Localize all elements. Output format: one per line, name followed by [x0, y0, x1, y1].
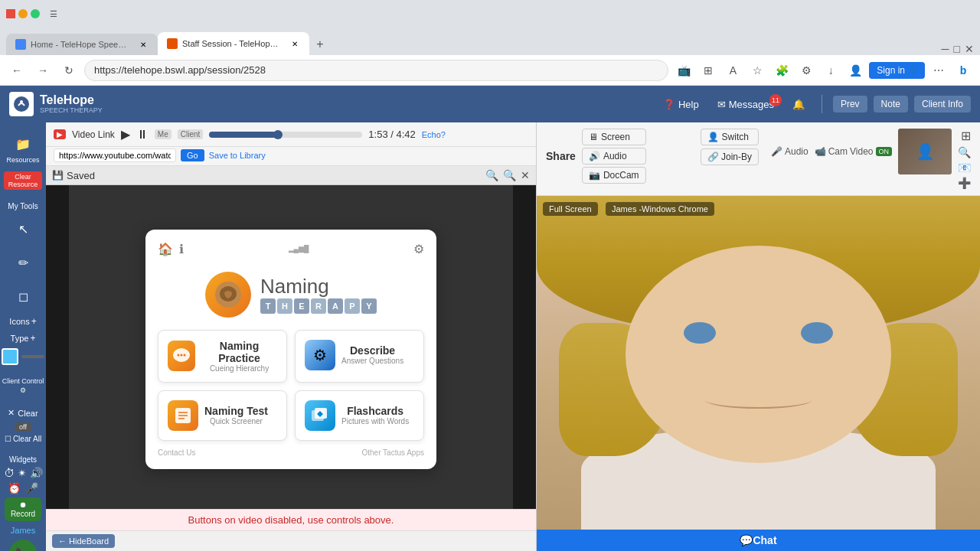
- sign-in-button[interactable]: Sign in 👤: [869, 62, 925, 79]
- color-line[interactable]: [21, 355, 44, 358]
- plus-icon[interactable]: ➕: [958, 177, 971, 189]
- call-button[interactable]: 📞: [9, 540, 37, 551]
- video-background: [537, 196, 980, 530]
- echo-button[interactable]: Echo?: [422, 130, 446, 139]
- maximize-icon[interactable]: □: [954, 43, 960, 55]
- info-icon[interactable]: ℹ: [179, 242, 184, 256]
- font-icon[interactable]: A: [722, 60, 743, 81]
- url-input[interactable]: [54, 148, 176, 162]
- menu-item-naming-practice[interactable]: Naming Practice Cueing Hierarchy: [158, 330, 287, 383]
- save-library-link[interactable]: Save to Library: [209, 151, 266, 160]
- tab-home[interactable]: Home - TeleHope Speech Thera... ✕: [6, 34, 158, 55]
- zoom-out-button[interactable]: 🔍: [485, 169, 498, 181]
- prev-button[interactable]: Prev: [833, 96, 867, 112]
- camera-button[interactable]: 📹 Cam Video ON: [815, 146, 892, 157]
- describe-gear-icon: ⚙: [313, 346, 327, 364]
- james-button[interactable]: James: [11, 526, 35, 535]
- sidebar-item-shapes[interactable]: ◻: [2, 281, 44, 311]
- close-panel-button[interactable]: ✕: [521, 169, 530, 181]
- note-button[interactable]: Note: [874, 96, 908, 112]
- search-right-icon[interactable]: 🔍: [958, 146, 971, 158]
- describe-title: Describe: [341, 344, 403, 357]
- audio-button[interactable]: 🎤 Audio: [771, 146, 808, 157]
- outlook-icon[interactable]: 📧: [958, 161, 971, 174]
- center-content: ▶ Video Link ▶ ⏸ Me Client 1:53 / 4:42 E…: [46, 122, 536, 551]
- other-tactus-link[interactable]: Other Tactus Apps: [361, 448, 424, 457]
- record-label: Record: [11, 510, 35, 518]
- chat-icon: 💬: [740, 534, 753, 546]
- zoom-in-button[interactable]: 🔍: [503, 169, 516, 181]
- widget-clock-icon[interactable]: ⏱: [4, 467, 15, 479]
- sidebar-item-cursor[interactable]: ↖: [2, 214, 44, 244]
- sidebar-item-resources[interactable]: 📁 Resources: [2, 129, 44, 168]
- messages-label: Messages: [729, 99, 774, 110]
- tab-home-close[interactable]: ✕: [138, 39, 149, 50]
- pause-button[interactable]: ⏸: [136, 128, 149, 142]
- my-tools-label: My Tools: [8, 202, 38, 210]
- color-box[interactable]: [2, 348, 18, 365]
- widget-puzzle-icon[interactable]: ✴: [18, 467, 27, 479]
- forward-button[interactable]: →: [32, 60, 54, 81]
- menu-item-describe[interactable]: ⚙ Describe Answer Questions: [295, 330, 424, 383]
- off-toggle[interactable]: off: [15, 422, 31, 432]
- expand-icon[interactable]: ⊞: [961, 129, 971, 143]
- home-icon[interactable]: 🏠: [158, 242, 173, 256]
- settings-gear-icon[interactable]: ⚙: [413, 242, 424, 256]
- audio-share-button[interactable]: 🔊 Audio: [582, 148, 646, 165]
- more-icon[interactable]: ⋯: [928, 60, 949, 81]
- clear-resource-button[interactable]: Clear Resource: [4, 171, 42, 190]
- help-button[interactable]: ❓ Help: [657, 96, 705, 113]
- therapy-h: H: [277, 298, 292, 314]
- switch-button[interactable]: 👤 Switch: [701, 129, 759, 145]
- extension-icon[interactable]: 🧩: [771, 60, 792, 81]
- progress-handle[interactable]: [273, 130, 283, 139]
- client-control-section[interactable]: Client Control ⚙: [2, 377, 44, 394]
- minimize-icon[interactable]: ─: [942, 43, 949, 55]
- widget-audio-icon[interactable]: 🔊: [30, 467, 43, 479]
- settings-icon[interactable]: ⚙: [795, 60, 817, 81]
- progress-bar[interactable]: [209, 132, 362, 138]
- full-screen-button[interactable]: Full Screen: [543, 202, 598, 216]
- type-label: Type: [11, 334, 29, 343]
- tab-session-close[interactable]: ✕: [289, 38, 300, 49]
- go-button[interactable]: Go: [181, 149, 204, 161]
- join-by-button[interactable]: 🔗 Join-By: [701, 148, 759, 165]
- play-button[interactable]: ▶: [121, 127, 130, 142]
- cast-icon[interactable]: 📺: [673, 60, 694, 81]
- widget-mic-icon[interactable]: 🎤: [25, 482, 38, 494]
- reload-button[interactable]: ↻: [58, 60, 80, 81]
- close-window-icon[interactable]: ✕: [965, 43, 974, 55]
- client-info-button[interactable]: Client Info: [914, 96, 971, 112]
- logo-svg: [12, 95, 31, 113]
- chat-button[interactable]: 💬 Chat: [537, 530, 980, 551]
- icons-section[interactable]: Icons +: [6, 315, 39, 328]
- tab-session[interactable]: Staff Session - TeleHope Sp... ✕: [158, 32, 309, 55]
- grid-icon[interactable]: ⊞: [697, 60, 719, 81]
- new-tab-button[interactable]: +: [309, 34, 331, 55]
- mic-icon: 🎤: [771, 146, 782, 157]
- messages-button[interactable]: ✉ Messages 11: [711, 96, 780, 113]
- type-section[interactable]: Type +: [8, 331, 39, 345]
- address-bar[interactable]: https://telehope.bswl.app/session/2528: [84, 60, 668, 81]
- hide-board-button[interactable]: ← HideBoard: [52, 534, 115, 548]
- back-button[interactable]: ←: [6, 60, 28, 81]
- bing-icon[interactable]: b: [952, 60, 974, 81]
- menu-item-flashcards[interactable]: Flashcards Pictures with Words: [295, 390, 424, 441]
- update-icon[interactable]: ↓: [820, 60, 841, 81]
- clear-button[interactable]: ✕ Clear: [5, 406, 41, 419]
- svg-point-7: [184, 354, 186, 357]
- star-icon[interactable]: ☆: [746, 60, 768, 81]
- screen-button[interactable]: 🖥 Screen: [582, 129, 646, 145]
- clear-all-button[interactable]: ☐ Clear All: [5, 435, 41, 443]
- widget-timer-icon[interactable]: ⏰: [8, 482, 21, 494]
- profile-icon[interactable]: 👤: [844, 60, 866, 81]
- alert-button[interactable]: 🔔: [786, 96, 811, 113]
- record-button[interactable]: ⏺ Record: [5, 497, 41, 521]
- sidebar-item-pencil[interactable]: ✏: [2, 247, 44, 278]
- screen-icon: 🖥: [589, 132, 598, 142]
- video-feed: Full Screen James -Windows Chrome: [537, 196, 980, 530]
- widget-icons: ⏱ ✴ 🔊: [4, 467, 43, 479]
- menu-item-naming-test[interactable]: Naming Test Quick Screener: [158, 390, 287, 441]
- doccam-button[interactable]: 📷 DocCam: [582, 167, 646, 184]
- contact-us-link[interactable]: Contact Us: [158, 448, 195, 457]
